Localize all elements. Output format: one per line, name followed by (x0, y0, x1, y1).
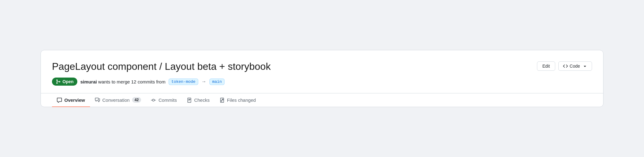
tab-overview[interactable]: Overview (52, 94, 90, 107)
open-badge-label: Open (62, 79, 74, 84)
checks-icon (187, 98, 192, 103)
header-row: PageLayout component / Layout beta + sto… (52, 60, 592, 73)
arrow-right-icon: → (201, 79, 206, 84)
page-wrapper: PageLayout component / Layout beta + sto… (28, 41, 616, 116)
tab-conversation-label: Conversation (102, 97, 130, 103)
tabs-row: Overview Conversation 42 Commits (41, 93, 603, 107)
tab-commits-label: Commits (158, 97, 177, 103)
meta-description: simurai wants to merge 12 commits from (80, 79, 165, 84)
pr-card: PageLayout component / Layout beta + sto… (41, 50, 603, 107)
commits-word: commits from (138, 79, 165, 84)
overview-icon (57, 98, 62, 103)
commits-icon (151, 98, 156, 103)
commits-count: 12 (131, 79, 136, 84)
pr-title: PageLayout component / Layout beta + sto… (52, 60, 530, 73)
tab-files-changed[interactable]: Files changed (215, 94, 261, 107)
source-branch[interactable]: token-mode (169, 78, 198, 85)
tab-conversation[interactable]: Conversation 42 (90, 93, 146, 107)
code-button-label: Code (570, 64, 580, 69)
code-icon (563, 64, 568, 69)
edit-button[interactable]: Edit (537, 61, 555, 71)
pr-author: simurai (80, 79, 97, 84)
open-badge: Open (52, 78, 77, 86)
meta-row: Open simurai wants to merge 12 commits f… (52, 78, 592, 86)
code-button[interactable]: Code (558, 61, 592, 71)
tab-files-changed-label: Files changed (227, 97, 256, 103)
header-actions: Edit Code (537, 61, 592, 71)
tab-checks-label: Checks (194, 97, 210, 103)
tab-commits[interactable]: Commits (146, 94, 182, 107)
chevron-down-icon (582, 64, 587, 69)
conversation-badge: 42 (132, 97, 141, 103)
target-branch[interactable]: main (209, 78, 225, 85)
tab-checks[interactable]: Checks (182, 94, 215, 107)
tab-overview-label: Overview (64, 97, 85, 103)
merge-text: wants to merge (98, 79, 131, 84)
conversation-icon (95, 97, 100, 102)
files-changed-icon (220, 98, 225, 103)
git-merge-icon (56, 79, 61, 84)
